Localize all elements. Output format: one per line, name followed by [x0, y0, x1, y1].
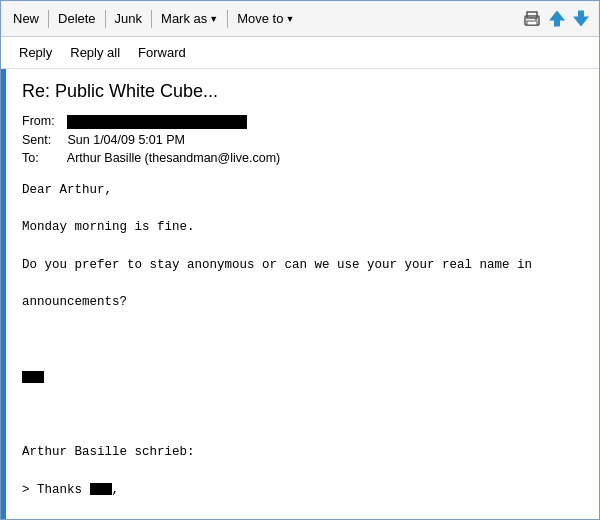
- mark-as-caret: ▼: [209, 14, 218, 24]
- email-sent: Sent: Sun 1/04/09 5:01 PM: [22, 133, 583, 147]
- email-from: From:: [22, 114, 583, 129]
- email-window: New Delete Junk Mark as ▼ Move to ▼: [0, 0, 600, 520]
- email-body: Dear Arthur, Monday morning is fine. Do …: [22, 181, 583, 519]
- move-to-dropdown[interactable]: Move to ▼: [233, 9, 298, 28]
- email-to: To: Arthur Basille (thesandman@live.com): [22, 151, 583, 165]
- reply-button[interactable]: Reply: [11, 43, 60, 62]
- separator-2: [105, 10, 106, 28]
- sent-label: Sent:: [22, 133, 64, 147]
- from-label: From:: [22, 114, 64, 128]
- mark-as-dropdown[interactable]: Mark as ▼: [157, 9, 222, 28]
- to-value: Arthur Basille (thesandman@live.com): [67, 151, 280, 165]
- body-line2: Monday morning is fine.: [22, 220, 195, 234]
- toolbar-right: [521, 8, 591, 30]
- junk-button[interactable]: Junk: [111, 9, 146, 28]
- delete-button[interactable]: Delete: [54, 9, 100, 28]
- email-container: Re: Public White Cube... From: Sent: Sun…: [1, 69, 599, 519]
- svg-rect-1: [527, 12, 537, 18]
- separator-1: [48, 10, 49, 28]
- svg-rect-2: [527, 21, 537, 25]
- email-subject: Re: Public White Cube...: [22, 81, 583, 102]
- svg-point-3: [535, 18, 537, 20]
- reply-all-button[interactable]: Reply all: [62, 43, 128, 62]
- toolbar: New Delete Junk Mark as ▼ Move to ▼: [1, 1, 599, 37]
- prev-message-button[interactable]: [547, 9, 567, 29]
- print-icon: [522, 9, 542, 29]
- next-message-button[interactable]: [571, 9, 591, 29]
- body-line1: Dear Arthur,: [22, 183, 112, 197]
- small-redacted-block: [22, 371, 44, 383]
- body-line3: Do you prefer to stay anonymous or can w…: [22, 258, 532, 272]
- to-label: To:: [22, 151, 64, 165]
- body-line4: announcements?: [22, 295, 127, 309]
- separator-4: [227, 10, 228, 28]
- quote-line1: > Thanks ,: [22, 483, 119, 497]
- from-value-redacted: [67, 115, 247, 129]
- move-to-caret: ▼: [285, 14, 294, 24]
- print-button[interactable]: [521, 8, 543, 30]
- quote-header: Arthur Basille schrieb:: [22, 445, 195, 459]
- new-button[interactable]: New: [9, 9, 43, 28]
- forward-button[interactable]: Forward: [130, 43, 194, 62]
- sent-value: Sun 1/04/09 5:01 PM: [67, 133, 184, 147]
- reply-bar: Reply Reply all Forward: [1, 37, 599, 69]
- email-content: Re: Public White Cube... From: Sent: Sun…: [6, 69, 599, 519]
- separator-3: [151, 10, 152, 28]
